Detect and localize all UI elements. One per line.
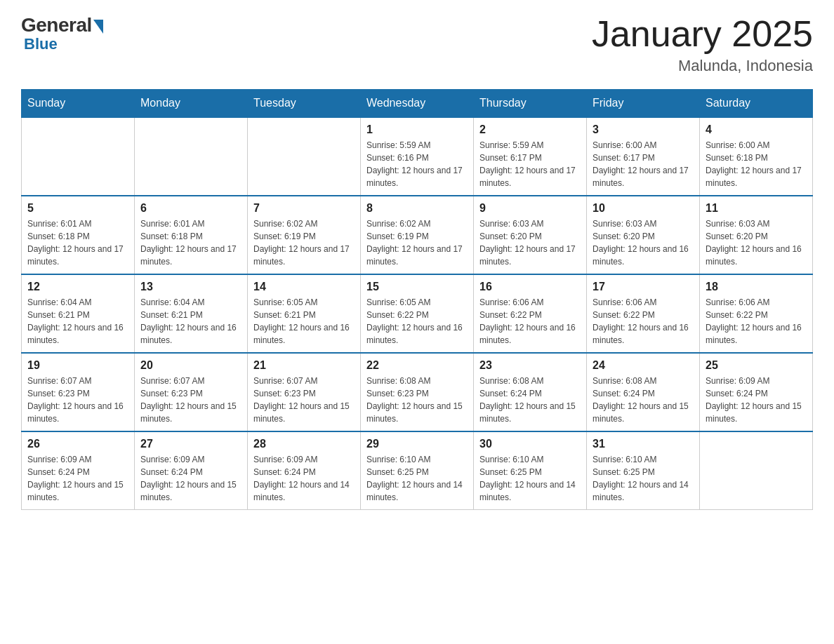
day-number: 12 [27,281,128,293]
day-info: Sunrise: 6:03 AMSunset: 6:20 PMDaylight:… [479,217,581,268]
day-number: 29 [366,438,468,450]
calendar-cell: 26Sunrise: 6:09 AMSunset: 6:24 PMDayligh… [22,431,135,510]
day-number: 26 [27,438,128,450]
calendar-week-row: 19Sunrise: 6:07 AMSunset: 6:23 PMDayligh… [22,353,813,431]
day-number: 16 [479,281,581,293]
calendar-cell: 19Sunrise: 6:07 AMSunset: 6:23 PMDayligh… [22,353,135,431]
title-block: January 2025 Malunda, Indonesia [592,14,813,75]
day-info: Sunrise: 6:10 AMSunset: 6:25 PMDaylight:… [593,453,694,504]
calendar-cell: 30Sunrise: 6:10 AMSunset: 6:25 PMDayligh… [474,431,587,510]
day-info: Sunrise: 6:06 AMSunset: 6:22 PMDaylight:… [593,296,694,347]
day-number: 19 [27,359,128,372]
month-title: January 2025 [592,14,813,54]
weekday-header-row: SundayMondayTuesdayWednesdayThursdayFrid… [22,90,813,118]
day-number: 6 [140,202,241,215]
calendar-cell [700,431,813,510]
day-info: Sunrise: 6:02 AMSunset: 6:19 PMDaylight:… [366,217,468,268]
day-number: 25 [706,359,807,372]
day-info: Sunrise: 6:10 AMSunset: 6:25 PMDaylight:… [479,453,581,504]
day-number: 31 [593,438,694,450]
location-text: Malunda, Indonesia [592,57,813,75]
day-number: 13 [140,281,241,293]
weekday-header-tuesday: Tuesday [248,90,361,118]
weekday-header-monday: Monday [135,90,248,118]
calendar-cell: 22Sunrise: 6:08 AMSunset: 6:23 PMDayligh… [361,353,474,431]
day-number: 24 [593,359,694,372]
day-info: Sunrise: 6:08 AMSunset: 6:24 PMDaylight:… [593,375,694,425]
calendar-cell: 4Sunrise: 6:00 AMSunset: 6:18 PMDaylight… [700,117,813,196]
day-info: Sunrise: 6:06 AMSunset: 6:22 PMDaylight:… [479,296,581,347]
calendar-week-row: 12Sunrise: 6:04 AMSunset: 6:21 PMDayligh… [22,274,813,353]
calendar-cell: 25Sunrise: 6:09 AMSunset: 6:24 PMDayligh… [700,353,813,431]
calendar-cell: 18Sunrise: 6:06 AMSunset: 6:22 PMDayligh… [700,274,813,353]
day-info: Sunrise: 6:05 AMSunset: 6:22 PMDaylight:… [366,296,468,347]
calendar-cell: 8Sunrise: 6:02 AMSunset: 6:19 PMDaylight… [361,196,474,274]
day-info: Sunrise: 6:06 AMSunset: 6:22 PMDaylight:… [706,296,807,347]
day-number: 28 [253,438,355,450]
day-info: Sunrise: 6:09 AMSunset: 6:24 PMDaylight:… [253,453,355,504]
day-number: 21 [253,359,355,372]
day-number: 17 [593,281,694,293]
day-info: Sunrise: 5:59 AMSunset: 6:16 PMDaylight:… [366,139,468,189]
calendar-cell: 21Sunrise: 6:07 AMSunset: 6:23 PMDayligh… [248,353,361,431]
calendar-week-row: 1Sunrise: 5:59 AMSunset: 6:16 PMDaylight… [22,117,813,196]
calendar-cell: 6Sunrise: 6:01 AMSunset: 6:18 PMDaylight… [135,196,248,274]
day-number: 5 [27,202,128,215]
day-info: Sunrise: 6:09 AMSunset: 6:24 PMDaylight:… [706,375,807,425]
day-info: Sunrise: 6:04 AMSunset: 6:21 PMDaylight:… [27,296,128,347]
weekday-header-wednesday: Wednesday [361,90,474,118]
calendar-cell: 13Sunrise: 6:04 AMSunset: 6:21 PMDayligh… [135,274,248,353]
calendar-cell: 16Sunrise: 6:06 AMSunset: 6:22 PMDayligh… [474,274,587,353]
calendar-cell: 27Sunrise: 6:09 AMSunset: 6:24 PMDayligh… [135,431,248,510]
calendar-cell: 9Sunrise: 6:03 AMSunset: 6:20 PMDaylight… [474,196,587,274]
day-info: Sunrise: 6:07 AMSunset: 6:23 PMDaylight:… [27,375,128,425]
calendar-cell [135,117,248,196]
day-info: Sunrise: 6:03 AMSunset: 6:20 PMDaylight:… [593,217,694,268]
day-number: 22 [366,359,468,372]
calendar-cell: 29Sunrise: 6:10 AMSunset: 6:25 PMDayligh… [361,431,474,510]
day-number: 3 [593,123,694,136]
day-info: Sunrise: 6:05 AMSunset: 6:21 PMDaylight:… [253,296,355,347]
calendar-week-row: 5Sunrise: 6:01 AMSunset: 6:18 PMDaylight… [22,196,813,274]
day-info: Sunrise: 6:08 AMSunset: 6:24 PMDaylight:… [479,375,581,425]
calendar-cell: 20Sunrise: 6:07 AMSunset: 6:23 PMDayligh… [135,353,248,431]
weekday-header-friday: Friday [587,90,700,118]
calendar-cell: 17Sunrise: 6:06 AMSunset: 6:22 PMDayligh… [587,274,700,353]
day-info: Sunrise: 6:01 AMSunset: 6:18 PMDaylight:… [140,217,241,268]
day-number: 14 [253,281,355,293]
calendar-week-row: 26Sunrise: 6:09 AMSunset: 6:24 PMDayligh… [22,431,813,510]
day-info: Sunrise: 5:59 AMSunset: 6:17 PMDaylight:… [479,139,581,189]
day-info: Sunrise: 6:07 AMSunset: 6:23 PMDaylight:… [140,375,241,425]
calendar-cell: 11Sunrise: 6:03 AMSunset: 6:20 PMDayligh… [700,196,813,274]
calendar-cell: 10Sunrise: 6:03 AMSunset: 6:20 PMDayligh… [587,196,700,274]
day-number: 18 [706,281,807,293]
calendar-table: SundayMondayTuesdayWednesdayThursdayFrid… [21,89,813,510]
calendar-cell: 12Sunrise: 6:04 AMSunset: 6:21 PMDayligh… [22,274,135,353]
day-number: 1 [366,123,468,136]
day-number: 10 [593,202,694,215]
day-info: Sunrise: 6:07 AMSunset: 6:23 PMDaylight:… [253,375,355,425]
logo-triangle-icon [93,20,103,34]
day-number: 30 [479,438,581,450]
calendar-cell: 5Sunrise: 6:01 AMSunset: 6:18 PMDaylight… [22,196,135,274]
day-info: Sunrise: 6:02 AMSunset: 6:19 PMDaylight:… [253,217,355,268]
day-number: 9 [479,202,581,215]
weekday-header-sunday: Sunday [22,90,135,118]
day-number: 20 [140,359,241,372]
calendar-cell: 23Sunrise: 6:08 AMSunset: 6:24 PMDayligh… [474,353,587,431]
day-info: Sunrise: 6:03 AMSunset: 6:20 PMDaylight:… [706,217,807,268]
page-header: General Blue January 2025 Malunda, Indon… [21,14,813,75]
day-info: Sunrise: 6:10 AMSunset: 6:25 PMDaylight:… [366,453,468,504]
day-info: Sunrise: 6:09 AMSunset: 6:24 PMDaylight:… [140,453,241,504]
day-info: Sunrise: 6:00 AMSunset: 6:18 PMDaylight:… [706,139,807,189]
calendar-cell [22,117,135,196]
day-number: 11 [706,202,807,215]
day-number: 27 [140,438,241,450]
calendar-cell [248,117,361,196]
day-info: Sunrise: 6:08 AMSunset: 6:23 PMDaylight:… [366,375,468,425]
day-number: 8 [366,202,468,215]
day-info: Sunrise: 6:09 AMSunset: 6:24 PMDaylight:… [27,453,128,504]
calendar-cell: 1Sunrise: 5:59 AMSunset: 6:16 PMDaylight… [361,117,474,196]
day-info: Sunrise: 6:00 AMSunset: 6:17 PMDaylight:… [593,139,694,189]
day-number: 4 [706,123,807,136]
